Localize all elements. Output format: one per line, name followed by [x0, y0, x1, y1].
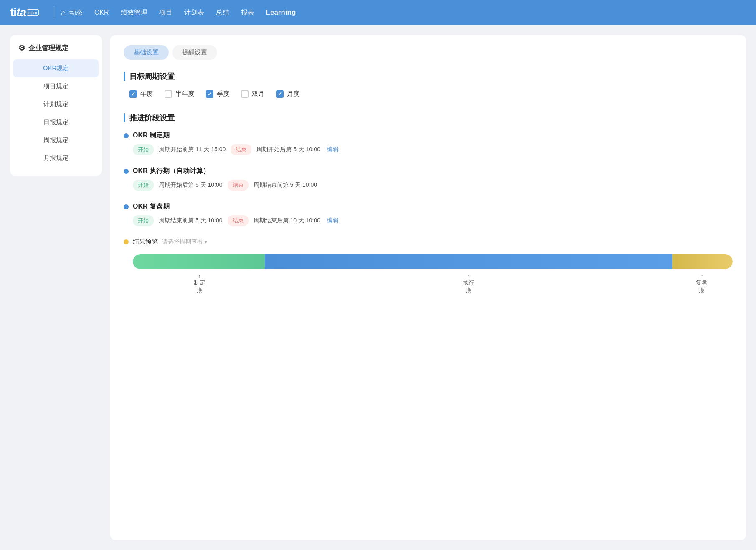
result-preview-row: 结果预览 请选择周期查看 ▾ — [124, 238, 733, 246]
cb-yuedu-box: ✓ — [276, 90, 284, 98]
checkboxes-row: ✓ 年度 半年度 ✓ 季度 双月 — [124, 90, 733, 98]
nav-learning[interactable]: Learning — [266, 8, 296, 17]
section-title-bar — [124, 72, 125, 81]
label-zhixing: ↑ 执行期 — [265, 273, 672, 294]
label-zhiding-text: 制定期 — [194, 279, 205, 294]
result-preview-select[interactable]: 请选择周期查看 ▾ — [162, 238, 207, 246]
main-header: tita com ⌂ 动态 OKR 绩效管理 项目 计划表 总结 报表 Lear… — [0, 0, 756, 25]
cb-niandu-check: ✓ — [131, 91, 135, 97]
label-zhiding: ↑ 制定期 — [134, 273, 265, 294]
stage-zhixing-start-badge: 开始 — [133, 180, 154, 191]
stage-fupan: OKR 复盘期 开始 周期结束前第 5 天 10:00 结束 周期结束后第 10… — [124, 202, 733, 226]
sidebar-item-daily[interactable]: 日报规定 — [10, 113, 102, 131]
result-preview-label: 结果预览 — [133, 238, 158, 246]
stage-zhixing-end-desc: 周期结束前第 5 天 10:00 — [254, 181, 317, 189]
nav-zongjie[interactable]: 总结 — [216, 8, 229, 17]
label-zhixing-text: 执行期 — [463, 279, 474, 294]
nav-dongtai[interactable]: 动态 — [69, 8, 83, 17]
cb-baniandu-label: 半年度 — [175, 90, 194, 98]
label-fupan-text: 复盘期 — [696, 279, 708, 294]
progress-bar-track — [133, 254, 733, 269]
sidebar: ⚙ 企业管理规定 OKR规定 项目规定 计划规定 日报规定 周报规定 月报规定 — [10, 35, 102, 176]
stage-zhixing-header: OKR 执行期（自动计算） — [124, 167, 733, 176]
cb-yuedu-check: ✓ — [278, 91, 282, 97]
stage-fupan-start-desc: 周期结束前第 5 天 10:00 — [159, 217, 223, 224]
nav-xiangmu[interactable]: 项目 — [159, 8, 173, 17]
stage-zhiding-edit[interactable]: 编辑 — [327, 146, 339, 153]
stage-fupan-header: OKR 复盘期 — [124, 202, 733, 211]
main-layout: ⚙ 企业管理规定 OKR规定 项目规定 计划规定 日报规定 周报规定 月报规定 … — [0, 25, 756, 550]
sidebar-item-okr[interactable]: OKR规定 — [13, 59, 99, 77]
stage-zhixing-name: OKR 执行期（自动计算） — [133, 167, 210, 176]
nav-okr[interactable]: OKR — [94, 9, 109, 16]
cb-jidu-box: ✓ — [206, 90, 213, 98]
stage-zhiding-name: OKR 制定期 — [133, 131, 170, 140]
stage-zhixing-start-desc: 周期开始后第 5 天 10:00 — [159, 181, 223, 189]
arrow-up-fupan: ↑ — [700, 273, 703, 279]
nav-jixiao[interactable]: 绩效管理 — [121, 8, 147, 17]
stage-dot-zhixing — [124, 169, 129, 174]
section2-title-bar — [124, 113, 125, 122]
tabs-row: 基础设置 提醒设置 — [124, 45, 733, 60]
main-content: 基础设置 提醒设置 目标周期设置 ✓ 年度 半年度 — [110, 35, 746, 540]
tab-basic[interactable]: 基础设置 — [124, 45, 169, 60]
stage-zhiding-start-desc: 周期开始前第 11 天 15:00 — [159, 146, 226, 153]
stage-fupan-detail: 开始 周期结束前第 5 天 10:00 结束 周期结束后第 10 天 10:00… — [124, 215, 733, 226]
stage-zhiding-detail: 开始 周期开始前第 11 天 15:00 结束 周期开始后第 5 天 10:00… — [124, 144, 733, 155]
checkbox-yuedtu[interactable]: ✓ 月度 — [276, 90, 299, 98]
cb-yuedu-label: 月度 — [287, 90, 299, 98]
sidebar-item-monthly[interactable]: 月报规定 — [10, 149, 102, 167]
home-icon[interactable]: ⌂ — [61, 8, 66, 18]
progress-bar-container: ↑ 制定期 ↑ 执行期 ↑ 复盘期 — [133, 254, 733, 294]
tab-remind[interactable]: 提醒设置 — [172, 45, 217, 60]
section2-title-text: 推进阶段设置 — [129, 113, 175, 123]
stage-fupan-end-badge: 结束 — [228, 215, 249, 226]
checkbox-niandu[interactable]: ✓ 年度 — [129, 90, 153, 98]
logo-com-badge: com — [27, 9, 39, 16]
bar-segment-blue — [265, 254, 673, 269]
sidebar-item-plan[interactable]: 计划规定 — [10, 95, 102, 113]
stage-dot-result — [124, 239, 129, 244]
section1-title-text: 目标周期设置 — [129, 71, 175, 81]
settings-icon: ⚙ — [18, 43, 25, 53]
checkbox-baniandu[interactable]: 半年度 — [165, 90, 194, 98]
stage-fupan-edit[interactable]: 编辑 — [327, 217, 339, 224]
nav-jihuabiao[interactable]: 计划表 — [184, 8, 204, 17]
logo[interactable]: tita com — [10, 6, 39, 19]
cb-jidu-check: ✓ — [208, 91, 212, 97]
stage-zhiding: OKR 制定期 开始 周期开始前第 11 天 15:00 结束 周期开始后第 5… — [124, 131, 733, 155]
chevron-down-icon: ▾ — [205, 239, 207, 245]
cb-jidu-label: 季度 — [217, 90, 229, 98]
stage-fupan-end-desc: 周期结束后第 10 天 10:00 — [254, 217, 320, 224]
section2-title: 推进阶段设置 — [124, 113, 733, 123]
arrow-up-zhixing: ↑ — [467, 273, 470, 279]
checkbox-shuangyue[interactable]: 双月 — [241, 90, 264, 98]
header-divider — [54, 6, 54, 19]
cb-niandu-label: 年度 — [140, 90, 153, 98]
cb-niandu-box: ✓ — [129, 90, 137, 98]
sidebar-item-weekly[interactable]: 周报规定 — [10, 131, 102, 149]
logo-text: tita — [10, 6, 26, 19]
header-nav: 动态 OKR 绩效管理 项目 计划表 总结 报表 Learning — [69, 8, 746, 17]
stage-zhiding-header: OKR 制定期 — [124, 131, 733, 140]
bar-segment-yellow — [672, 254, 733, 269]
checkbox-jidu[interactable]: ✓ 季度 — [206, 90, 229, 98]
sidebar-item-project[interactable]: 项目规定 — [10, 77, 102, 95]
section1-title: 目标周期设置 — [124, 71, 733, 81]
nav-baobiao[interactable]: 报表 — [241, 8, 254, 17]
arrow-up-zhiding: ↑ — [198, 273, 201, 279]
stage-zhiding-start-badge: 开始 — [133, 144, 154, 155]
sidebar-header: ⚙ 企业管理规定 — [10, 43, 102, 59]
stage-fupan-name: OKR 复盘期 — [133, 202, 170, 211]
label-fupan: ↑ 复盘期 — [672, 273, 732, 294]
bar-segment-green — [133, 254, 265, 269]
stage-zhixing-end-badge: 结束 — [228, 180, 249, 191]
stage-zhiding-end-desc: 周期开始后第 5 天 10:00 — [256, 146, 320, 153]
section2: 推进阶段设置 OKR 制定期 开始 周期开始前第 11 天 15:00 结束 周… — [124, 113, 733, 294]
stage-dot-zhiding — [124, 133, 129, 138]
cb-baniandu-box — [165, 90, 172, 98]
stage-zhixing: OKR 执行期（自动计算） 开始 周期开始后第 5 天 10:00 结束 周期结… — [124, 167, 733, 191]
stage-dot-fupan — [124, 204, 129, 209]
progress-labels: ↑ 制定期 ↑ 执行期 ↑ 复盘期 — [133, 273, 733, 294]
cb-shuangyue-label: 双月 — [252, 90, 264, 98]
